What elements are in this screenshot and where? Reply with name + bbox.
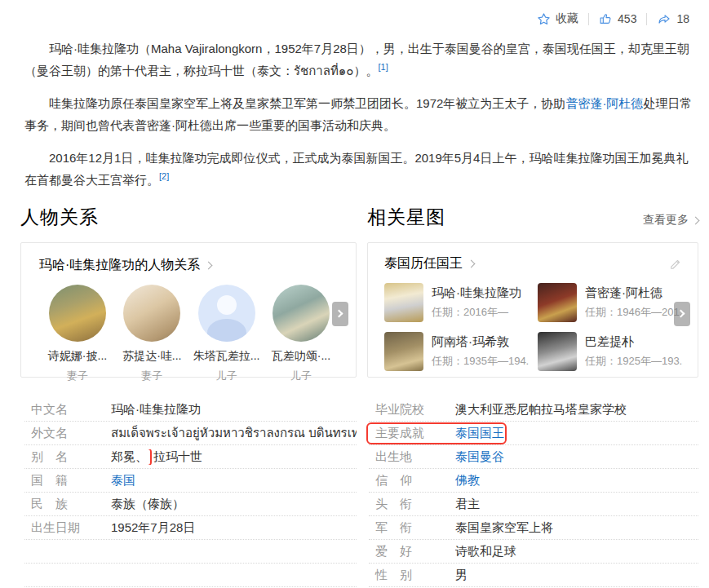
info-label: 国 籍 xyxy=(31,473,111,489)
king-photo xyxy=(538,283,577,322)
avatar xyxy=(123,285,180,342)
person-name: 瓦差叻颂·... xyxy=(266,349,336,364)
paragraph-2: 哇集拉隆功原任泰国皇家空军上将及皇家禁卫军第一师禁卫团团长。1972年被立为王太… xyxy=(24,92,696,136)
info-value: 泰国皇家空军上将 xyxy=(455,520,553,536)
info-row-title: 头 衔 君主 xyxy=(369,493,698,516)
person-vacharaesorn[interactable]: 瓦差叻颂·... 儿子 xyxy=(266,285,336,383)
paragraph-1: 玛哈·哇集拉隆功（Maha Vajiralongkorn，1952年7月28日）… xyxy=(24,38,696,82)
starmap-heading-row: 相关星图 查看更多 xyxy=(367,205,698,230)
king-name: 巴差提朴 xyxy=(585,334,683,350)
edit-pencil-icon[interactable] xyxy=(668,257,683,272)
info-value: 君主 xyxy=(455,497,480,512)
king-ananda[interactable]: 阿南塔·玛希敦 任期：1935年—194... xyxy=(384,332,530,371)
share-button[interactable]: 18 xyxy=(647,12,699,26)
person-relation: 儿子 xyxy=(266,369,336,383)
info-value: 男 xyxy=(455,568,467,583)
relations-card: 玛哈·哇集拉隆功的人物关系 诗妮娜·披... 妻子 苏提达·哇... 妻子 xyxy=(20,242,357,378)
person-suthida[interactable]: 苏提达·哇... 妻子 xyxy=(117,285,187,383)
like-count: 453 xyxy=(618,12,636,25)
starmap-next-button[interactable] xyxy=(674,302,690,326)
starmap-kings: 玛哈·哇集拉隆功 任期：2016年— 普密蓬·阿杜德 任期：1946年—201.… xyxy=(384,283,683,371)
info-label: 毕业院校 xyxy=(375,402,455,418)
info-row-chinese-name: 中文名 玛哈·哇集拉隆功 xyxy=(24,398,357,422)
paragraph-3-text: 2016年12月1日，哇集拉隆功完成即位仪式，正式成为泰国新国王。2019年5月… xyxy=(24,151,688,187)
info-row-alma-mater: 毕业院校 澳大利亚悉尼帕拉马塔皇家学校 xyxy=(369,398,698,422)
view-more-link[interactable]: 查看更多 xyxy=(643,213,698,230)
info-label: 出生日期 xyxy=(31,520,111,536)
share-arrow-icon xyxy=(657,12,671,26)
info-value: 郑冕、拉玛十世 xyxy=(111,449,202,465)
info-label: 出生地 xyxy=(375,449,455,465)
favorite-label: 收藏 xyxy=(556,11,578,26)
chevron-right-icon xyxy=(677,310,685,318)
chevron-right-icon xyxy=(205,262,213,270)
info-value: 诗歌和足球 xyxy=(455,544,516,559)
avatar xyxy=(273,285,330,342)
sections-row: 人物关系 玛哈·哇集拉隆功的人物关系 诗妮娜·披... 妻子 苏提达·哇... xyxy=(0,201,709,378)
info-row-nationality: 国 籍 泰国 xyxy=(24,469,357,493)
relations-section: 人物关系 玛哈·哇集拉隆功的人物关系 诗妮娜·披... 妻子 苏提达·哇... xyxy=(20,205,357,378)
religion-link[interactable]: 佛教 xyxy=(455,473,480,489)
king-info: 阿南塔·玛希敦 任期：1935年—194... xyxy=(432,334,530,369)
info-row-birthplace: 出生地 泰国曼谷 xyxy=(369,445,698,469)
king-term: 任期：1925年—193... xyxy=(585,354,683,369)
info-label: 头 衔 xyxy=(375,497,455,512)
info-label: 别 名 xyxy=(31,449,111,465)
baike-page: 收藏 453 18 玛哈·哇集拉隆功（Maha Vajiralongkorn，1… xyxy=(0,0,709,588)
king-term: 任期：1946年—201... xyxy=(585,305,683,320)
info-label: 性 别 xyxy=(375,568,455,583)
info-row-hobby: 爱 好 诗歌和足球 xyxy=(369,540,698,564)
person-name: 诗妮娜·披... xyxy=(42,349,113,364)
info-value: สมเด็จพระเจ้าอยู่หัวมหาวชิราลงกรณ บดินทร… xyxy=(111,423,357,443)
favorite-button[interactable]: 收藏 xyxy=(527,11,588,26)
avatar xyxy=(49,285,106,342)
starmap-card-title[interactable]: 泰国历任国王 xyxy=(384,255,474,272)
birthplace-link[interactable]: 泰国曼谷 xyxy=(455,449,504,465)
reference-link-1[interactable]: [1] xyxy=(379,62,388,72)
person-silhouette-icon xyxy=(217,295,237,315)
relations-next-button[interactable] xyxy=(332,302,348,326)
nationality-link[interactable]: 泰国 xyxy=(111,473,135,489)
info-row-birthdate: 出生日期 1952年7月28日 xyxy=(24,516,357,540)
person-sineenat[interactable]: 诗妮娜·披... 妻子 xyxy=(42,285,113,383)
king-info: 巴差提朴 任期：1925年—193... xyxy=(585,334,683,369)
achievement-link[interactable]: 泰国国王 xyxy=(455,426,504,441)
person-dipangkorn[interactable]: 朱塔瓦差拉... 儿子 xyxy=(192,285,262,383)
relations-card-title[interactable]: 玛哈·哇集拉隆功的人物关系 xyxy=(39,257,339,274)
info-label: 信 仰 xyxy=(375,473,455,489)
star-icon xyxy=(537,12,551,26)
king-info: 普密蓬·阿杜德 任期：1946年—201... xyxy=(585,285,683,320)
share-count: 18 xyxy=(676,12,689,25)
info-row-empty xyxy=(24,564,357,587)
king-photo xyxy=(384,332,423,371)
relations-heading: 人物关系 xyxy=(20,205,357,230)
info-row-ethnicity: 民 族 泰族（傣族） xyxy=(24,493,357,516)
person-relation: 妻子 xyxy=(117,369,187,383)
king-term: 任期：1935年—194... xyxy=(432,354,530,369)
king-photo xyxy=(538,332,577,371)
person-silhouette-icon xyxy=(207,319,246,342)
king-bhumibol[interactable]: 普密蓬·阿杜德 任期：1946年—201... xyxy=(538,283,683,322)
chevron-right-icon xyxy=(335,310,343,318)
info-label: 军 衔 xyxy=(375,520,455,536)
info-value: 澳大利亚悉尼帕拉马塔皇家学校 xyxy=(455,402,627,418)
king-photo xyxy=(384,283,423,322)
info-row-empty xyxy=(24,540,357,564)
article-summary: 玛哈·哇集拉隆功（Maha Vajiralongkorn，1952年7月28日）… xyxy=(0,0,709,191)
reference-link-2[interactable]: [2] xyxy=(159,171,169,181)
info-table-right: 毕业院校 澳大利亚悉尼帕拉马塔皇家学校 主要成就 泰国国王 出生地 泰国曼谷 信… xyxy=(369,398,698,587)
starmap-card-title-text: 泰国历任国王 xyxy=(384,255,463,272)
page-toolbar: 收藏 453 18 xyxy=(527,11,699,26)
info-label: 主要成就 xyxy=(375,426,455,441)
info-row-foreign-name: 外文名 สมเด็จพระเจ้าอยู่หัวมหาวชิราลงกรณ บด… xyxy=(24,422,357,445)
like-button[interactable]: 453 xyxy=(589,12,646,26)
person-relation: 妻子 xyxy=(42,369,113,383)
king-prajadhipok[interactable]: 巴差提朴 任期：1925年—193... xyxy=(538,332,683,371)
starmap-card-title-row: 泰国历任国王 xyxy=(384,255,683,272)
info-value: 泰族（傣族） xyxy=(111,497,184,512)
info-label: 民 族 xyxy=(31,497,111,512)
king-vajiralongkorn[interactable]: 玛哈·哇集拉隆功 任期：2016年— xyxy=(384,283,530,322)
info-row-alias: 别 名 郑冕、拉玛十世 xyxy=(24,445,357,469)
info-value: 玛哈·哇集拉隆功 xyxy=(111,402,201,418)
bhumibol-link[interactable]: 普密蓬·阿杜德 xyxy=(565,96,643,110)
